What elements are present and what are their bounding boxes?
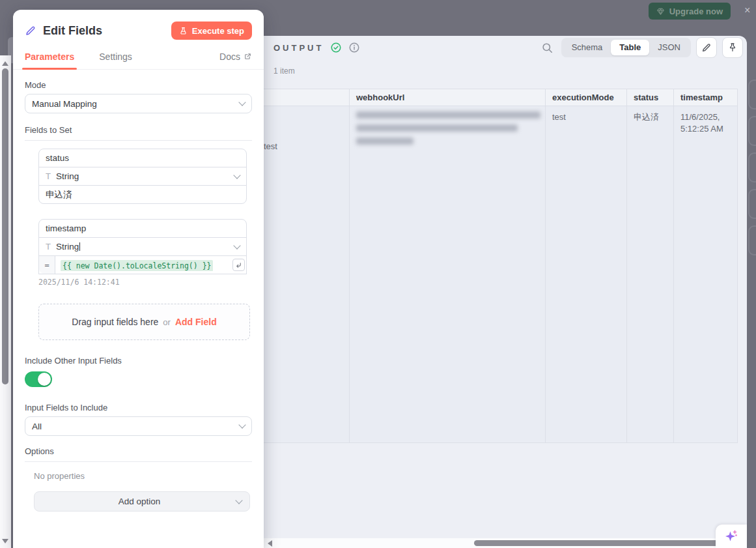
string-type-icon: T bbox=[46, 242, 51, 252]
drag-drop-zone[interactable]: Drag input fields here or Add Field bbox=[38, 304, 250, 340]
upgrade-button[interactable]: Upgrade now bbox=[649, 3, 731, 20]
node-pencil-icon bbox=[25, 25, 36, 36]
text-caret bbox=[79, 242, 80, 251]
scroll-left-arrow[interactable] bbox=[268, 540, 272, 547]
open-expression-editor-button[interactable] bbox=[232, 259, 245, 271]
output-table: webhookUrl executionMode status timestam… bbox=[264, 89, 738, 443]
horizontal-scrollbar-thumb[interactable] bbox=[474, 540, 742, 546]
column-header-webhookurl[interactable]: webhookUrl bbox=[350, 89, 546, 106]
expression-row: = {{ new Date().toLocaleString() }} bbox=[38, 255, 247, 274]
chevron-down-icon bbox=[233, 242, 240, 249]
node-settings-panel: Edit Fields Execute step Parameters Sett… bbox=[13, 10, 264, 548]
tab-parameters[interactable]: Parameters bbox=[25, 44, 74, 69]
stacked-card bbox=[748, 116, 756, 146]
tab-json[interactable]: JSON bbox=[649, 40, 689, 55]
include-other-toggle[interactable] bbox=[25, 371, 52, 387]
execute-step-button[interactable]: Execute step bbox=[171, 22, 252, 40]
horizontal-scrollbar[interactable] bbox=[264, 538, 747, 548]
scroll-up-arrow[interactable] bbox=[2, 61, 8, 66]
string-type-icon: T bbox=[46, 171, 51, 181]
field-type-value: String bbox=[56, 171, 234, 181]
expression-equals-badge[interactable]: = bbox=[39, 256, 55, 274]
output-title: OUTPUT bbox=[273, 43, 324, 53]
edit-output-button[interactable] bbox=[696, 37, 717, 58]
search-icon[interactable] bbox=[541, 42, 553, 54]
pin-icon bbox=[727, 42, 738, 53]
execute-step-label: Execute step bbox=[192, 26, 244, 36]
toggle-knob bbox=[38, 373, 51, 386]
items-count: 1 item bbox=[273, 66, 295, 76]
field-name-input[interactable] bbox=[39, 220, 246, 237]
field-value-input[interactable] bbox=[39, 186, 246, 203]
chevron-down-icon bbox=[233, 171, 240, 179]
fields-to-set-label: Fields to Set bbox=[25, 125, 252, 135]
docs-link[interactable]: Docs bbox=[219, 44, 252, 69]
pin-data-button[interactable] bbox=[722, 37, 743, 58]
tab-settings[interactable]: Settings bbox=[99, 44, 132, 69]
node-title[interactable]: Edit Fields bbox=[43, 24, 165, 38]
table-cell-status: 申込済 bbox=[627, 106, 674, 443]
table-cell-executionmode: test bbox=[546, 106, 627, 443]
field-item-status: T String bbox=[38, 149, 247, 204]
add-option-select[interactable]: Add option bbox=[34, 491, 250, 512]
output-panel: OUTPUT Schema Table JSON bbox=[264, 36, 747, 548]
output-toolbar: Schema Table JSON bbox=[541, 37, 743, 58]
scroll-down-arrow[interactable] bbox=[2, 539, 8, 543]
stacked-node-cards bbox=[747, 0, 756, 548]
view-switcher: Schema Table JSON bbox=[561, 38, 691, 57]
stacked-card bbox=[748, 225, 756, 255]
external-link-icon bbox=[244, 52, 252, 61]
chevron-down-icon bbox=[238, 421, 245, 428]
success-check-icon bbox=[330, 42, 342, 53]
vertical-scrollbar-thumb[interactable] bbox=[2, 68, 8, 384]
field-type-value: String bbox=[56, 242, 234, 252]
field-name-row bbox=[38, 219, 247, 238]
stacked-card bbox=[748, 79, 756, 109]
include-other-label: Include Other Input Fields bbox=[25, 356, 252, 366]
ai-assistant-button[interactable] bbox=[716, 525, 747, 548]
column-header[interactable] bbox=[264, 89, 350, 106]
divider bbox=[25, 140, 252, 141]
expression-preview: 2025/11/6 14:12:41 bbox=[38, 278, 247, 287]
field-value-row bbox=[38, 185, 247, 204]
field-name-row bbox=[38, 149, 247, 167]
input-fields-value: All bbox=[32, 422, 240, 431]
mode-value: Manual Mapping bbox=[32, 99, 240, 109]
field-name-input[interactable] bbox=[39, 149, 246, 167]
panel-header: Edit Fields Execute step bbox=[13, 10, 264, 40]
divider bbox=[25, 461, 252, 462]
tab-table[interactable]: Table bbox=[611, 40, 649, 55]
field-type-select[interactable]: T String bbox=[38, 167, 247, 186]
table-cell: test bbox=[264, 106, 350, 443]
panel-tabs: Parameters Settings Docs bbox=[13, 44, 264, 70]
expand-expression-icon bbox=[235, 261, 242, 268]
output-header: OUTPUT bbox=[273, 42, 360, 53]
info-icon[interactable] bbox=[348, 42, 360, 53]
mode-select[interactable]: Manual Mapping bbox=[25, 94, 252, 113]
field-type-select[interactable]: T String bbox=[38, 237, 247, 256]
fields-list: T String T String = bbox=[38, 149, 250, 340]
blurred-value bbox=[356, 111, 539, 145]
column-header-executionmode[interactable]: executionMode bbox=[546, 89, 627, 106]
column-header-status[interactable]: status bbox=[627, 89, 674, 106]
tab-schema[interactable]: Schema bbox=[563, 40, 611, 55]
column-header-timestamp[interactable]: timestamp bbox=[674, 89, 738, 106]
chevron-down-icon bbox=[235, 497, 242, 504]
parameters-body: Mode Manual Mapping Fields to Set T Stri… bbox=[13, 80, 264, 512]
pencil-icon bbox=[701, 42, 712, 53]
table-cell-timestamp: 11/6/2025, 5:12:25 AM bbox=[674, 106, 738, 443]
upgrade-label: Upgrade now bbox=[669, 7, 723, 16]
field-item-timestamp: T String = {{ new Date().toLocaleString(… bbox=[38, 219, 247, 287]
stacked-card bbox=[748, 189, 756, 219]
input-fields-select[interactable]: All bbox=[25, 416, 252, 436]
no-properties-text: No properties bbox=[34, 471, 252, 481]
vertical-scrollbar[interactable] bbox=[0, 55, 11, 548]
flask-icon bbox=[179, 27, 188, 35]
mode-label: Mode bbox=[25, 80, 252, 90]
sparkle-icon bbox=[723, 528, 739, 544]
add-option-label: Add option bbox=[42, 497, 236, 506]
add-field-button[interactable]: Add Field bbox=[175, 317, 217, 327]
options-label: Options bbox=[25, 446, 252, 456]
expression-input[interactable]: {{ new Date().toLocaleString() }} bbox=[55, 259, 232, 271]
stacked-card bbox=[748, 152, 756, 182]
